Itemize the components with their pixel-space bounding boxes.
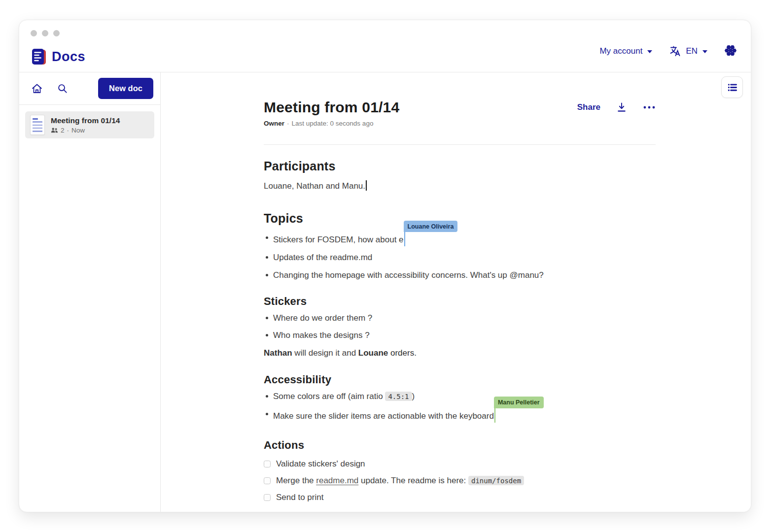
people-icon (51, 127, 58, 133)
list-item[interactable]: Stickers for FOSDEM, how about eLouane O… (264, 232, 656, 246)
collaborator-cursor: Manu Pelletier (494, 408, 496, 423)
document-list: Meeting from 01/14 2 (19, 105, 160, 145)
note-text: orders. (388, 348, 417, 358)
checklist-item: Send to print (264, 493, 656, 502)
checklist-label[interactable]: Merge the readme.md update. The readme i… (276, 476, 524, 486)
actions-heading[interactable]: Actions (264, 439, 656, 452)
readme-link[interactable]: readme.md (316, 476, 358, 485)
meta-dot: · (67, 127, 70, 134)
member-count: 2 (61, 127, 65, 134)
inline-code: dinum/fosdem (468, 476, 524, 485)
collaborator-cursor: Louane Oliveira (404, 232, 406, 246)
document-list-item[interactable]: Meeting from 01/14 2 (25, 111, 154, 138)
app-title: Docs (52, 49, 85, 65)
sticker-text: Where do we order them ? (273, 313, 372, 323)
topic-text: Updates of the readme.md (273, 253, 372, 262)
document-body: Meeting from 01/14 Share (264, 99, 656, 512)
owner-badge: Owner (264, 120, 284, 127)
list-item[interactable]: Some colors are off (aim ratio 4.5:1) (264, 391, 656, 403)
my-account-menu[interactable]: My account (599, 46, 652, 56)
share-button[interactable]: Share (577, 102, 600, 112)
accessibility-text: ) (412, 392, 415, 401)
participants-text[interactable]: Louane, Nathan and Manu. (264, 180, 656, 193)
document-item-meta: 2 · Now (51, 127, 120, 134)
divider (264, 144, 656, 145)
checklist-text: Merge the (276, 476, 316, 485)
topbar-actions: My account EN (599, 45, 737, 58)
topics-heading[interactable]: Topics (264, 211, 656, 226)
list-item[interactable]: Changing the homepage with accessibility… (264, 269, 656, 282)
ellipsis-icon (643, 105, 656, 109)
language-selector[interactable]: EN (669, 45, 707, 57)
sidebar-header: New doc (19, 72, 160, 105)
list-icon (727, 83, 737, 92)
my-account-label: My account (599, 46, 642, 56)
translate-icon (669, 45, 681, 57)
checklist-item: Validate stickers' design (264, 459, 656, 469)
chevron-down-icon (647, 50, 652, 53)
checklist-text: update. The readme is here: (358, 476, 468, 485)
main-area: New doc Meeting from 01/14 (19, 72, 751, 512)
more-options-button[interactable] (643, 105, 656, 109)
inline-code: 4.5:1 (385, 392, 412, 401)
app-window: Docs My account EN (19, 20, 751, 512)
note-text: will design it and (292, 348, 358, 358)
new-doc-button[interactable]: New doc (98, 78, 153, 99)
checkbox[interactable] (264, 461, 271, 467)
home-icon (31, 83, 43, 95)
accessibility-text: Some colors are off (aim ratio (273, 392, 385, 401)
chevron-down-icon (702, 50, 707, 53)
list-item[interactable]: Make sure the slider items are actionabl… (264, 408, 656, 423)
collaborator-name-badge: Louane Oliveira (404, 221, 458, 232)
document-pane: Meeting from 01/14 Share (161, 72, 751, 512)
checklist-item: Merge the readme.md update. The readme i… (264, 476, 656, 486)
stickers-note[interactable]: Nathan will design it and Louane orders. (264, 348, 656, 358)
accessibility-list: Some colors are off (aim ratio 4.5:1) Ma… (264, 391, 656, 423)
download-button[interactable] (616, 102, 627, 113)
checkbox[interactable] (264, 494, 271, 501)
docs-logo-icon (31, 48, 47, 66)
document-meta: Owner · Last update: 0 seconds ago (264, 120, 656, 127)
bold-name: Nathan (264, 348, 292, 358)
participants-text-value: Louane, Nathan and Manu. (264, 181, 365, 191)
sidebar: New doc Meeting from 01/14 (19, 72, 161, 512)
checklist-label[interactable]: Send to print (276, 493, 323, 502)
language-code-label: EN (686, 46, 698, 56)
list-item[interactable]: Where do we order them ? (264, 312, 656, 325)
download-icon (616, 102, 627, 113)
document-title[interactable]: Meeting from 01/14 (264, 99, 577, 116)
document-item-title: Meeting from 01/14 (51, 116, 120, 125)
window-dot-icon[interactable] (53, 30, 60, 36)
meta-dot: · (287, 120, 289, 127)
document-header: Meeting from 01/14 Share (264, 99, 656, 116)
app-logo[interactable]: Docs (31, 48, 85, 66)
search-icon (57, 83, 68, 94)
bold-name: Louane (358, 348, 388, 358)
document-actions: Share (577, 102, 656, 113)
search-button[interactable] (57, 83, 68, 94)
last-update-label: Last update: 0 seconds ago (292, 120, 374, 127)
accessibility-heading[interactable]: Accessibility (264, 373, 656, 386)
topic-text: Stickers for FOSDEM, how about e (273, 235, 404, 244)
updated-time: Now (71, 127, 85, 134)
collaborator-name-badge: Manu Pelletier (494, 397, 544, 408)
topics-list: Stickers for FOSDEM, how about eLouane O… (264, 232, 656, 281)
accessibility-text: Make sure the slider items are actionabl… (273, 411, 494, 421)
checklist-label[interactable]: Validate stickers' design (276, 459, 365, 469)
home-button[interactable] (31, 83, 43, 95)
table-of-contents-button[interactable] (721, 76, 743, 98)
document-item-info: Meeting from 01/14 2 (51, 116, 120, 133)
stickers-heading[interactable]: Stickers (264, 295, 656, 308)
window-controls (31, 30, 60, 36)
stickers-list: Where do we order them ? Who makes the d… (264, 312, 656, 342)
sticker-text: Who makes the designs ? (273, 331, 370, 340)
list-item[interactable]: Updates of the readme.md (264, 252, 656, 264)
top-bar: Docs My account EN (19, 20, 751, 72)
list-item[interactable]: Who makes the designs ? (264, 330, 656, 342)
la-suite-waffle-icon[interactable] (724, 45, 737, 58)
document-file-icon (30, 115, 45, 135)
checkbox[interactable] (264, 477, 271, 484)
window-dot-icon[interactable] (42, 30, 48, 36)
participants-heading[interactable]: Participants (264, 159, 656, 173)
window-dot-icon[interactable] (31, 30, 37, 36)
